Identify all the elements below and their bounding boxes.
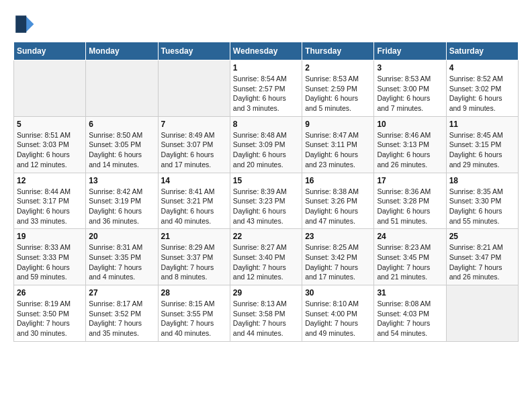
day-info: Sunrise: 8:17 AM Sunset: 3:52 PM Dayligh… <box>89 299 154 338</box>
day-number: 30 <box>305 288 371 298</box>
day-number: 23 <box>305 232 371 241</box>
calendar-table: SundayMondayTuesdayWednesdayThursdayFrid… <box>13 42 519 342</box>
day-number: 8 <box>233 120 299 129</box>
svg-rect-1 <box>15 15 26 33</box>
day-info: Sunrise: 8:45 AM Sunset: 3:15 PM Dayligh… <box>449 130 515 170</box>
day-number: 4 <box>449 63 515 73</box>
day-cell: 9Sunrise: 8:47 AM Sunset: 3:11 PM Daylig… <box>302 116 374 173</box>
day-number: 27 <box>89 288 154 298</box>
day-cell: 23Sunrise: 8:25 AM Sunset: 3:42 PM Dayli… <box>302 229 374 285</box>
day-number: 28 <box>161 288 227 298</box>
day-number: 21 <box>161 232 227 241</box>
week-row-2: 5Sunrise: 8:51 AM Sunset: 3:03 PM Daylig… <box>14 116 519 173</box>
day-number: 6 <box>89 120 154 129</box>
day-cell <box>14 60 86 117</box>
week-row-5: 26Sunrise: 8:19 AM Sunset: 3:50 PM Dayli… <box>14 285 519 342</box>
day-number: 25 <box>449 232 515 241</box>
day-info: Sunrise: 8:54 AM Sunset: 2:57 PM Dayligh… <box>233 74 299 113</box>
weekday-header-saturday: Saturday <box>446 42 518 60</box>
page-container: SundayMondayTuesdayWednesdayThursdayFrid… <box>0 0 532 349</box>
day-cell <box>158 60 230 117</box>
day-cell: 2Sunrise: 8:53 AM Sunset: 2:59 PM Daylig… <box>302 60 374 117</box>
day-cell: 19Sunrise: 8:33 AM Sunset: 3:33 PM Dayli… <box>14 229 86 285</box>
day-number: 15 <box>233 176 299 185</box>
day-cell: 12Sunrise: 8:44 AM Sunset: 3:17 PM Dayli… <box>14 173 86 229</box>
day-number: 10 <box>377 120 443 129</box>
header <box>13 13 519 35</box>
day-info: Sunrise: 8:52 AM Sunset: 3:02 PM Dayligh… <box>449 74 515 113</box>
day-cell: 21Sunrise: 8:29 AM Sunset: 3:37 PM Dayli… <box>158 229 230 285</box>
day-cell: 14Sunrise: 8:41 AM Sunset: 3:21 PM Dayli… <box>158 173 230 229</box>
day-info: Sunrise: 8:29 AM Sunset: 3:37 PM Dayligh… <box>161 242 227 282</box>
day-info: Sunrise: 8:31 AM Sunset: 3:35 PM Dayligh… <box>89 242 154 282</box>
day-number: 24 <box>377 232 443 241</box>
day-info: Sunrise: 8:33 AM Sunset: 3:33 PM Dayligh… <box>17 242 83 282</box>
day-number: 5 <box>17 120 83 129</box>
day-cell: 22Sunrise: 8:27 AM Sunset: 3:40 PM Dayli… <box>230 229 302 285</box>
day-cell: 15Sunrise: 8:39 AM Sunset: 3:23 PM Dayli… <box>230 173 302 229</box>
weekday-header-friday: Friday <box>374 42 446 60</box>
day-cell: 25Sunrise: 8:21 AM Sunset: 3:47 PM Dayli… <box>446 229 518 285</box>
day-cell: 29Sunrise: 8:13 AM Sunset: 3:58 PM Dayli… <box>230 285 302 342</box>
logo <box>13 13 38 35</box>
week-row-1: 1Sunrise: 8:54 AM Sunset: 2:57 PM Daylig… <box>14 60 519 117</box>
day-cell: 8Sunrise: 8:48 AM Sunset: 3:09 PM Daylig… <box>230 116 302 173</box>
week-row-4: 19Sunrise: 8:33 AM Sunset: 3:33 PM Dayli… <box>14 229 519 285</box>
svg-marker-0 <box>26 15 34 33</box>
day-number: 1 <box>233 63 299 73</box>
day-number: 9 <box>305 120 371 129</box>
day-info: Sunrise: 8:36 AM Sunset: 3:28 PM Dayligh… <box>377 187 443 226</box>
day-info: Sunrise: 8:35 AM Sunset: 3:30 PM Dayligh… <box>449 187 515 226</box>
day-info: Sunrise: 8:39 AM Sunset: 3:23 PM Dayligh… <box>233 187 299 226</box>
weekday-header-row: SundayMondayTuesdayWednesdayThursdayFrid… <box>14 42 519 60</box>
day-cell: 4Sunrise: 8:52 AM Sunset: 3:02 PM Daylig… <box>446 60 518 117</box>
day-number: 2 <box>305 63 371 73</box>
logo-icon <box>13 13 35 35</box>
day-cell: 17Sunrise: 8:36 AM Sunset: 3:28 PM Dayli… <box>374 173 446 229</box>
day-cell: 18Sunrise: 8:35 AM Sunset: 3:30 PM Dayli… <box>446 173 518 229</box>
day-info: Sunrise: 8:23 AM Sunset: 3:45 PM Dayligh… <box>377 242 443 282</box>
day-cell: 13Sunrise: 8:42 AM Sunset: 3:19 PM Dayli… <box>86 173 158 229</box>
day-number: 20 <box>89 232 154 241</box>
day-cell: 24Sunrise: 8:23 AM Sunset: 3:45 PM Dayli… <box>374 229 446 285</box>
day-cell: 1Sunrise: 8:54 AM Sunset: 2:57 PM Daylig… <box>230 60 302 117</box>
day-number: 17 <box>377 176 443 185</box>
day-cell: 6Sunrise: 8:50 AM Sunset: 3:05 PM Daylig… <box>86 116 158 173</box>
day-info: Sunrise: 8:51 AM Sunset: 3:03 PM Dayligh… <box>17 130 83 170</box>
day-number: 26 <box>17 288 83 298</box>
day-info: Sunrise: 8:48 AM Sunset: 3:09 PM Dayligh… <box>233 130 299 170</box>
day-cell: 30Sunrise: 8:10 AM Sunset: 4:00 PM Dayli… <box>302 285 374 342</box>
day-number: 13 <box>89 176 154 185</box>
weekday-header-monday: Monday <box>86 42 158 60</box>
day-info: Sunrise: 8:38 AM Sunset: 3:26 PM Dayligh… <box>305 187 371 226</box>
day-number: 3 <box>377 63 443 73</box>
day-info: Sunrise: 8:15 AM Sunset: 3:55 PM Dayligh… <box>161 299 227 338</box>
day-cell: 3Sunrise: 8:53 AM Sunset: 3:00 PM Daylig… <box>374 60 446 117</box>
day-info: Sunrise: 8:19 AM Sunset: 3:50 PM Dayligh… <box>17 299 83 338</box>
day-info: Sunrise: 8:49 AM Sunset: 3:07 PM Dayligh… <box>161 130 227 170</box>
day-cell <box>446 285 518 342</box>
weekday-header-sunday: Sunday <box>14 42 86 60</box>
day-info: Sunrise: 8:13 AM Sunset: 3:58 PM Dayligh… <box>233 299 299 338</box>
day-cell: 28Sunrise: 8:15 AM Sunset: 3:55 PM Dayli… <box>158 285 230 342</box>
day-cell: 31Sunrise: 8:08 AM Sunset: 4:03 PM Dayli… <box>374 285 446 342</box>
day-number: 22 <box>233 232 299 241</box>
day-cell: 16Sunrise: 8:38 AM Sunset: 3:26 PM Dayli… <box>302 173 374 229</box>
day-number: 18 <box>449 176 515 185</box>
weekday-header-tuesday: Tuesday <box>158 42 230 60</box>
day-number: 19 <box>17 232 83 241</box>
day-info: Sunrise: 8:42 AM Sunset: 3:19 PM Dayligh… <box>89 187 154 226</box>
weekday-header-thursday: Thursday <box>302 42 374 60</box>
day-info: Sunrise: 8:10 AM Sunset: 4:00 PM Dayligh… <box>305 299 371 338</box>
day-info: Sunrise: 8:53 AM Sunset: 3:00 PM Dayligh… <box>377 74 443 113</box>
day-number: 31 <box>377 288 443 298</box>
day-number: 14 <box>161 176 227 185</box>
day-number: 7 <box>161 120 227 129</box>
day-cell: 5Sunrise: 8:51 AM Sunset: 3:03 PM Daylig… <box>14 116 86 173</box>
day-cell: 27Sunrise: 8:17 AM Sunset: 3:52 PM Dayli… <box>86 285 158 342</box>
day-info: Sunrise: 8:44 AM Sunset: 3:17 PM Dayligh… <box>17 187 83 226</box>
day-info: Sunrise: 8:27 AM Sunset: 3:40 PM Dayligh… <box>233 242 299 282</box>
week-row-3: 12Sunrise: 8:44 AM Sunset: 3:17 PM Dayli… <box>14 173 519 229</box>
day-info: Sunrise: 8:21 AM Sunset: 3:47 PM Dayligh… <box>449 242 515 282</box>
day-number: 12 <box>17 176 83 185</box>
